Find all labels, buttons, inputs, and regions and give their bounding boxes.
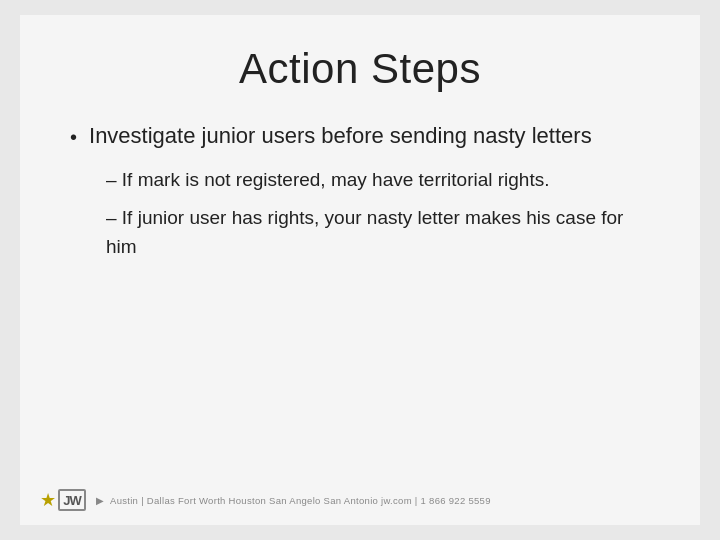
sub-bullet-1: – If mark is not registered, may have te…	[98, 166, 650, 195]
sub-bullets-container: – If mark is not registered, may have te…	[98, 166, 650, 262]
footer-arrow-icon: ▶	[96, 495, 104, 506]
footer: ★ JW ▶ Austin | Dallas Fort Worth Housto…	[20, 489, 700, 511]
main-bullet-text: Investigate junior users before sending …	[89, 121, 592, 152]
main-bullet: • Investigate junior users before sendin…	[70, 121, 650, 152]
slide-content: • Investigate junior users before sendin…	[70, 121, 650, 465]
footer-cities: Austin | Dallas Fort Worth Houston San A…	[110, 495, 491, 506]
jw-logo: JW	[58, 489, 86, 511]
bullet-dot: •	[70, 123, 77, 151]
sub-bullet-2: – If junior user has rights, your nasty …	[98, 204, 650, 261]
slide-title: Action Steps	[70, 45, 650, 93]
footer-logo: ★ JW	[40, 489, 86, 511]
slide: Action Steps • Investigate junior users …	[20, 15, 700, 525]
star-icon: ★	[40, 489, 56, 511]
